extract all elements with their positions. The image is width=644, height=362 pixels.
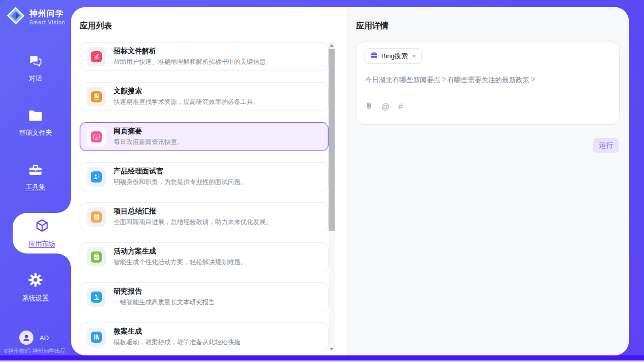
diamond-logo-icon xyxy=(6,6,25,27)
app-card-project-report[interactable]: 项目总结汇报 全面回顾项目进展，总结经验教训，助力未来优化发展。 xyxy=(80,202,329,231)
book-icon xyxy=(91,91,102,102)
tool-tag-label: Bing搜索 xyxy=(381,52,408,61)
scroll-down-arrow-icon[interactable] xyxy=(329,346,335,352)
pen-square-icon xyxy=(91,51,102,62)
avatar xyxy=(19,331,33,345)
main-panel: 应用列表 招标文件解析 帮助用户快速、准确地理解和解析招标书中的关键信息 文献搜… xyxy=(71,7,629,355)
app-list-title: 应用列表 xyxy=(80,21,112,31)
hash-icon[interactable]: # xyxy=(398,103,403,111)
app-card-title: 招标文件解析 xyxy=(114,47,266,56)
sidebar-item-smart-folder[interactable]: 智能文件夹 xyxy=(0,103,71,143)
app-card-pm-interviewer[interactable]: 产品经理面试官 明确身份和职责，为您提供专业性的面试问题。 xyxy=(80,162,329,191)
brand-title: 神州问学 xyxy=(29,9,65,19)
app-card-title: 活动方案生成 xyxy=(114,247,247,256)
app-card-desc: 全面回顾项目进展，总结经验教训，助力未来优化发展。 xyxy=(114,218,272,227)
app-card-research-report[interactable]: 研究报告 一键智能生成高质量长文本研究报告 xyxy=(80,282,329,311)
app-detail-panel: 应用详情 Bing搜索 × 今日湖北有哪些新闻要点？有哪些需要关注的最新政策？ xyxy=(346,7,629,355)
app-card-desc: 一键智能生成高质量长文本研究报告 xyxy=(114,298,215,307)
app-card-desc: 智能生成个性化活动方案，轻松解决规划难题。 xyxy=(114,258,247,267)
gear-icon xyxy=(28,272,43,289)
sidebar-item-toolset[interactable]: 工具集 xyxy=(0,157,71,198)
clipboard-check-icon xyxy=(91,251,102,263)
microscope-icon xyxy=(91,292,102,303)
app-card-desc: 模板驱动，教案秒成，教学准备从此轻松快捷 xyxy=(114,338,240,347)
prompt-card: Bing搜索 × 今日湖北有哪些新闻要点？有哪些需要关注的最新政策？ @ # xyxy=(356,42,620,125)
close-icon[interactable]: × xyxy=(412,53,416,59)
prompt-input[interactable]: 今日湖北有哪些新闻要点？有哪些需要关注的最新政策？ xyxy=(365,76,611,85)
app-card-lesson-plan[interactable]: 教案生成 模板驱动，教案秒成，教学准备从此轻松快捷 xyxy=(80,322,329,351)
app-card-title: 研究报告 xyxy=(114,287,215,296)
user-account[interactable]: AD xyxy=(19,331,49,345)
app-list: 招标文件解析 帮助用户快速、准确地理解和解析招标书中的关键信息 文献搜索 快速精… xyxy=(80,42,329,362)
brand-subtitle: Smart Vision xyxy=(29,20,65,25)
folder-icon xyxy=(28,109,43,124)
chat-icon xyxy=(28,54,43,70)
app-card-desc: 快速精准查找学术资源，提高研究效率的必备工具。 xyxy=(114,98,260,106)
mention-icon[interactable]: @ xyxy=(381,103,389,111)
app-card-event-plan[interactable]: 活动方案生成 智能生成个性化活动方案，轻松解决规划难题。 xyxy=(80,242,329,271)
app-card-title: 文献搜索 xyxy=(114,87,260,96)
app-card-title: 项目总结汇报 xyxy=(114,207,272,216)
scrollbar[interactable] xyxy=(329,42,335,352)
tool-tag-bing-search[interactable]: Bing搜索 × xyxy=(365,48,422,64)
app-card-desc: 明确身份和职责，为您提供专业性的面试问题。 xyxy=(114,178,247,187)
briefcase-icon xyxy=(370,51,378,61)
books-icon xyxy=(91,332,102,343)
browser-icon xyxy=(91,131,102,142)
app-card-title: 产品经理面试官 xyxy=(114,167,247,176)
sidebar-item-chat[interactable]: 对话 xyxy=(0,48,71,89)
user-name: AD xyxy=(40,334,49,342)
app-card-bid-parse[interactable]: 招标文件解析 帮助用户快速、准确地理解和解析招标书中的关键信息 xyxy=(80,42,329,71)
run-button[interactable]: 运行 xyxy=(593,138,619,153)
app-detail-title: 应用详情 xyxy=(356,21,388,31)
copyright-footer: ©神州数码·神州问学出品 xyxy=(4,347,66,355)
toolbox-icon xyxy=(28,163,43,178)
cube-icon xyxy=(34,218,50,235)
scrollbar-thumb[interactable] xyxy=(329,49,335,231)
app-card-desc: 每日政府新闻资讯快查。 xyxy=(114,138,184,147)
brand-logo: 神州问学 Smart Vision xyxy=(0,0,71,27)
interview-icon xyxy=(91,171,102,183)
attachment-icon[interactable] xyxy=(365,101,373,112)
app-card-desc: 帮助用户快速、准确地理解和解析招标书中的关键信息 xyxy=(114,58,266,66)
sidebar-item-app-market[interactable]: 应用市场 xyxy=(13,213,71,254)
app-card-title: 网页摘要 xyxy=(114,127,184,136)
app-card-doc-search[interactable]: 文献搜索 快速精准查找学术资源，提高研究效率的必备工具。 xyxy=(80,82,329,111)
composer-toolbar: @ # xyxy=(365,101,403,112)
app-card-title: 教案生成 xyxy=(114,327,240,336)
app-list-panel: 应用列表 招标文件解析 帮助用户快速、准确地理解和解析招标书中的关键信息 文献搜… xyxy=(71,7,346,355)
bottom-accent-bar xyxy=(0,355,644,360)
sidebar: 神州问学 Smart Vision 对话 智能文件夹 工具集 应用市场 系统设置… xyxy=(0,0,71,362)
scroll-up-arrow-icon[interactable] xyxy=(329,42,335,48)
app-card-web-summary[interactable]: 网页摘要 每日政府新闻资讯快查。 xyxy=(80,122,329,151)
notepad-icon xyxy=(91,211,102,223)
sidebar-item-settings[interactable]: 系统设置 xyxy=(0,267,71,308)
